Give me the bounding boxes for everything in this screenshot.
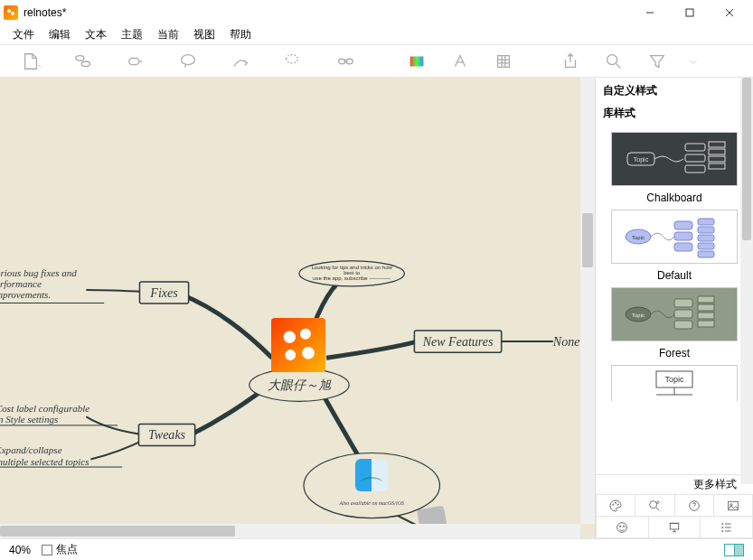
svg-rect-39 — [698, 296, 714, 303]
zoom-level[interactable]: 40% — [9, 544, 31, 556]
svg-rect-30 — [698, 227, 714, 233]
node-tweaks[interactable]: Tweaks — [148, 427, 186, 442]
overflow-button[interactable] — [687, 51, 700, 72]
note-tips[interactable]: Looking for tips and tricks on how best … — [306, 265, 397, 281]
svg-rect-7 — [410, 56, 424, 66]
panel-toggle[interactable] — [724, 544, 744, 556]
svg-point-54 — [624, 526, 625, 527]
note-tweaks-1[interactable]: Cost label configurable in Style setting… — [0, 403, 118, 425]
svg-rect-22 — [709, 156, 725, 162]
svg-rect-17 — [685, 144, 705, 151]
svg-rect-38 — [674, 321, 692, 329]
svg-rect-3 — [129, 58, 139, 64]
svg-rect-0 — [686, 9, 693, 16]
finder-icon — [355, 459, 388, 491]
svg-point-2 — [81, 61, 89, 67]
palette-settings-tab[interactable] — [635, 495, 674, 517]
new-doc-button[interactable] — [13, 51, 49, 72]
svg-rect-28 — [674, 243, 692, 251]
maximize-button[interactable] — [670, 0, 710, 25]
canvas-vscroll[interactable] — [580, 78, 595, 524]
canvas-wrap: 大眼仔～旭 Fixes arious bug fixes and erforma… — [0, 78, 595, 538]
image-tab[interactable] — [714, 495, 753, 517]
svg-rect-29 — [698, 219, 714, 225]
svg-point-46 — [615, 502, 616, 503]
svg-rect-55 — [670, 523, 678, 529]
central-topic[interactable]: 大眼仔～旭 — [268, 378, 332, 392]
note-fixes[interactable]: arious bug fixes and erformance mproveme… — [0, 267, 104, 303]
menu-current[interactable]: 当前 — [152, 25, 184, 44]
presentation-tab[interactable] — [649, 517, 701, 538]
arrow-button[interactable] — [222, 51, 259, 72]
palette-tab[interactable] — [596, 495, 635, 517]
menu-help[interactable]: 帮助 — [224, 25, 257, 44]
menu-theme[interactable]: 主题 — [116, 25, 148, 44]
svg-rect-23 — [709, 163, 725, 169]
group-button[interactable] — [275, 51, 311, 72]
svg-text:Topic: Topic — [632, 235, 645, 240]
main-area: 大眼仔～旭 Fixes arious bug fixes and erforma… — [0, 78, 753, 538]
style-chalkboard[interactable]: Topic Chalkboard — [605, 132, 744, 204]
grid-button[interactable] — [490, 51, 517, 72]
style-label: Default — [605, 269, 744, 282]
style-default[interactable]: Topic Default — [605, 210, 744, 282]
menu-file[interactable]: 文件 — [7, 25, 40, 44]
node-fixes[interactable]: Fixes — [149, 285, 178, 300]
titlebar: relnotes* — [0, 0, 753, 25]
custom-styles-heading: 自定义样式 — [596, 78, 753, 100]
svg-rect-27 — [674, 232, 692, 240]
window-title: relnotes* — [24, 6, 66, 19]
svg-point-47 — [617, 504, 618, 505]
node-button[interactable] — [118, 51, 154, 72]
svg-point-56 — [721, 523, 722, 524]
library-styles-heading: 库样式 — [596, 100, 753, 123]
svg-rect-18 — [685, 154, 705, 162]
more-styles-link[interactable]: 更多样式 — [693, 477, 737, 492]
link-button[interactable] — [327, 51, 363, 72]
emoji-tab[interactable] — [596, 517, 649, 538]
minimize-button[interactable] — [630, 0, 670, 25]
mindmap-svg: 大眼仔～旭 Fixes arious bug fixes and erforma… — [0, 78, 595, 538]
style-topic[interactable]: Topic — [605, 365, 744, 401]
palette-help-tab[interactable] — [675, 495, 714, 517]
close-button[interactable] — [710, 0, 749, 25]
sidepanel-vscroll[interactable] — [740, 78, 753, 484]
style-label: Chalkboard — [605, 191, 744, 204]
search-button[interactable] — [600, 51, 627, 72]
svg-rect-36 — [674, 299, 692, 307]
svg-rect-26 — [674, 221, 692, 229]
svg-point-8 — [607, 54, 617, 64]
note-mac[interactable]: Also available on macOS/iOS — [339, 500, 405, 506]
styles-panel: 自定义样式 库样式 Topic Chalkboard Topic Default… — [595, 78, 753, 538]
menu-view[interactable]: 视图 — [188, 25, 221, 44]
focus-toggle[interactable]: 焦点 — [42, 542, 78, 557]
svg-rect-21 — [709, 149, 725, 154]
svg-point-48 — [650, 500, 657, 508]
menu-edit[interactable]: 编辑 — [43, 25, 76, 44]
svg-text:Topic: Topic — [632, 313, 645, 318]
svg-point-1 — [76, 55, 84, 61]
svg-point-4 — [182, 54, 195, 64]
filter-button[interactable] — [644, 51, 671, 72]
style-forest[interactable]: Topic Forest — [605, 287, 744, 359]
canvas[interactable]: 大眼仔～旭 Fixes arious bug fixes and erforma… — [0, 78, 595, 538]
shapes-button[interactable] — [65, 51, 101, 72]
canvas-hscroll[interactable] — [0, 524, 580, 538]
node-newfeatures[interactable]: New Features — [422, 334, 494, 349]
style-label: Forest — [605, 347, 744, 359]
menu-text[interactable]: 文本 — [80, 25, 112, 44]
svg-rect-50 — [729, 501, 739, 509]
side-tabs — [596, 494, 753, 538]
export-button[interactable] — [557, 51, 584, 72]
svg-rect-19 — [685, 165, 705, 173]
toolbar — [0, 45, 753, 78]
svg-rect-20 — [709, 142, 725, 147]
font-button[interactable] — [447, 51, 474, 72]
list-tab[interactable] — [701, 517, 753, 538]
note-tweaks-2[interactable]: Expand/collapse multiple selected topics — [0, 444, 122, 467]
svg-point-58 — [721, 530, 722, 531]
svg-text:Topic: Topic — [634, 156, 649, 163]
bubble-button[interactable] — [170, 51, 206, 72]
svg-rect-40 — [698, 304, 714, 311]
color-button[interactable] — [403, 51, 430, 72]
